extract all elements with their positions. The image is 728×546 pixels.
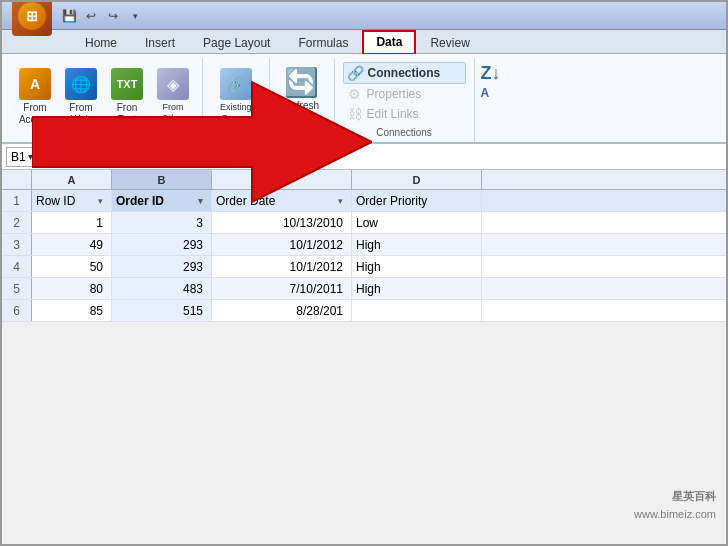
web-icon-glyph: 🌐 (71, 75, 91, 94)
tab-page-layout[interactable]: Page Layout (190, 32, 283, 53)
from-web-button[interactable]: 🌐 FromWeb (60, 66, 102, 128)
properties-label: Properties (367, 87, 422, 101)
cell-a5: 80 (32, 278, 112, 299)
row-num-3: 3 (2, 234, 32, 255)
refresh-group: 🔄 RefreshAll ▾ x (270, 58, 335, 142)
from-access-button[interactable]: A FromAccess (14, 66, 56, 128)
sort-az-btn[interactable]: Z↓A (479, 62, 503, 102)
existing-connections-group-label: External D... (211, 128, 261, 140)
fx-label: ƒx (93, 149, 107, 164)
table-row-2: 2 1 3 10/13/2010 Low (2, 212, 726, 234)
cell-a6: 85 (32, 300, 112, 321)
col-header-d[interactable]: D (352, 170, 482, 189)
col-header-a[interactable]: A (32, 170, 112, 189)
cell-d6 (352, 300, 482, 321)
cell-c1: Order Date ▾ (212, 190, 352, 211)
tab-data[interactable]: Data (363, 31, 415, 54)
from-text-icon: TXT (111, 68, 143, 100)
access-icon-bg: A (19, 68, 51, 100)
other-icon-glyph: ◈ (167, 75, 179, 94)
properties-button[interactable]: ⚙ Properties (343, 84, 466, 104)
cell-a1: Row ID ▾ (32, 190, 112, 211)
cell-c4: 10/1/2012 (212, 256, 352, 277)
sort-group: Z↓A (475, 58, 507, 142)
cell-a4: 50 (32, 256, 112, 277)
external-data-group-label: Get External Data (64, 136, 143, 149)
office-logo-text: ⊞ (26, 8, 38, 24)
connections-group-label: Connections (343, 127, 466, 140)
tab-formulas[interactable]: Formulas (285, 32, 361, 53)
redo-btn[interactable]: ↪ (104, 7, 122, 25)
from-text-label: FronText (117, 102, 138, 126)
cell-b2: 3 (112, 212, 212, 233)
ribbon-content: A FromAccess 🌐 FromWeb (2, 54, 726, 144)
tab-review[interactable]: Review (417, 32, 482, 53)
formula-input[interactable]: Order ID (128, 150, 722, 164)
column-header-row: A B C D (2, 170, 726, 190)
connections-group: 🔗 Connections ⚙ Properties ⛓ Edit Links … (335, 58, 475, 142)
properties-icon: ⚙ (347, 86, 363, 102)
app-frame: ⊞ 💾 ↩ ↪ ▾ Home Insert Page Layout Formul… (0, 0, 728, 546)
cell-d4: High (352, 256, 482, 277)
cell-reference-box[interactable]: B1 ▾ (6, 147, 76, 167)
cell-a3: 49 (32, 234, 112, 255)
existing-connections-button[interactable]: 🔗 ExistingConn... (216, 66, 256, 126)
from-text-button[interactable]: TXT FronText (106, 66, 148, 128)
connections-label: Connections (368, 66, 441, 80)
tab-insert[interactable]: Insert (132, 32, 188, 53)
connections-button[interactable]: 🔗 Connections (343, 62, 466, 84)
cell-b5: 483 (112, 278, 212, 299)
row-num-6: 6 (2, 300, 32, 321)
from-other-label: FromOtherSources (156, 102, 189, 134)
refresh-all-button[interactable]: 🔄 RefreshAll ▾ (278, 62, 326, 124)
cell-a1-value: Row ID (36, 194, 75, 208)
text-icon-glyph: TXT (117, 78, 138, 90)
filter-arrow-b1[interactable]: ▾ (198, 196, 203, 206)
from-access-icon: A (19, 68, 51, 100)
col-header-c[interactable]: C (212, 170, 352, 189)
cell-b6: 515 (112, 300, 212, 321)
cell-ref-value: B1 (11, 150, 26, 164)
existing-connections-group: 🔗 ExistingConn... External D... (203, 58, 270, 142)
header-corner (2, 170, 32, 189)
formula-divider (84, 148, 85, 166)
office-logo: ⊞ (18, 2, 46, 30)
edit-links-label: Edit Links (367, 107, 419, 121)
from-other-icon: ◈ (157, 68, 189, 100)
refresh-all-label: RefreshAll ▾ (284, 100, 319, 122)
office-button[interactable]: ⊞ (12, 0, 52, 36)
spreadsheet: A B C D 1 Row ID ▾ Order ID ▾ Order Date… (2, 170, 726, 322)
formula-divider-2 (119, 148, 120, 166)
get-external-data-group: A FromAccess 🌐 FromWeb (6, 58, 203, 142)
table-row-5: 5 80 483 7/10/2011 High (2, 278, 726, 300)
customize-quick-access[interactable]: ▾ (126, 7, 144, 25)
cell-c3: 10/1/2012 (212, 234, 352, 255)
existing-icon-glyph: 🔗 (227, 76, 244, 92)
edit-links-icon: ⛓ (347, 106, 363, 122)
filter-arrow-a1[interactable]: ▾ (98, 196, 103, 206)
cell-d2: Low (352, 212, 482, 233)
save-quick-btn[interactable]: 💾 (60, 7, 78, 25)
table-row-4: 4 50 293 10/1/2012 High (2, 256, 726, 278)
web-icon-bg: 🌐 (65, 68, 97, 100)
col-header-b[interactable]: B (112, 170, 212, 189)
table-row-3: 3 49 293 10/1/2012 High (2, 234, 726, 256)
cell-ref-dropdown[interactable]: ▾ (28, 151, 33, 162)
from-other-button[interactable]: ◈ FromOtherSources (152, 66, 194, 136)
ribbon-tabs: Home Insert Page Layout Formulas Data Re… (2, 30, 726, 54)
existing-icon-bg: 🔗 (220, 68, 252, 100)
cell-c2: 10/13/2010 (212, 212, 352, 233)
title-bar: ⊞ 💾 ↩ ↪ ▾ (2, 2, 726, 30)
row-num-4: 4 (2, 256, 32, 277)
existing-connections-buttons: 🔗 ExistingConn... (216, 62, 256, 128)
cell-b1: Order ID ▾ (112, 190, 212, 211)
access-icon-glyph: A (30, 76, 40, 92)
tab-home[interactable]: Home (72, 32, 130, 53)
watermark-chinese: 星英百科 (672, 489, 716, 504)
filter-arrow-c1[interactable]: ▾ (338, 196, 343, 206)
undo-btn[interactable]: ↩ (82, 7, 100, 25)
cell-a2: 1 (32, 212, 112, 233)
row-num-2: 2 (2, 212, 32, 233)
from-access-label: FromAccess (19, 102, 51, 126)
edit-links-button[interactable]: ⛓ Edit Links (343, 104, 466, 124)
